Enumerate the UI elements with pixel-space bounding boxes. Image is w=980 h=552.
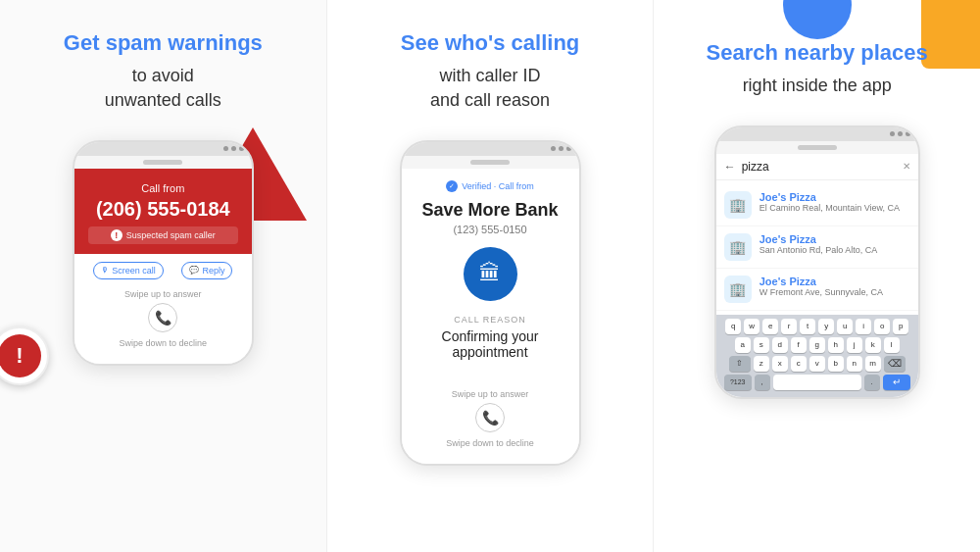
search-subtitle: right inside the app	[743, 74, 892, 98]
keyboard-row-3: ⇧ z x c v b n m ⌫	[718, 356, 916, 372]
key-l[interactable]: l	[884, 337, 900, 353]
place-icon-2: 🏢	[724, 276, 752, 303]
list-item[interactable]: 🏢 Joe's Pizza W Fremont Ave, Sunnyvale, …	[716, 269, 918, 311]
place-name-0: Joe's Pizza	[760, 191, 910, 203]
bank-icon: 🏛	[464, 247, 517, 301]
answer-phone-icon: 📞	[148, 303, 177, 332]
caller-id-footer: Swipe up to answer 📞 Swipe down to decli…	[402, 381, 579, 464]
list-item[interactable]: 🏢 Joe's Pizza El Camino Real, Mountain V…	[716, 184, 918, 226]
reply-button[interactable]: 💬 Reply	[181, 262, 232, 279]
phone-notch	[143, 160, 182, 165]
key-z[interactable]: z	[754, 356, 769, 372]
phone-spam-screen: Call from (206) 555-0184 ! Suspected spa…	[74, 169, 252, 254]
keyboard-row-2: a s d f g h j k l	[718, 337, 916, 353]
key-n[interactable]: n	[847, 356, 862, 372]
key-a[interactable]: a	[735, 337, 751, 353]
key-i[interactable]: i	[856, 319, 871, 334]
key-e[interactable]: e	[762, 319, 778, 334]
key-x[interactable]: x	[772, 356, 788, 372]
caller-id-screen: ✓ Verified · Call from Save More Bank (1…	[402, 169, 579, 381]
place-addr-2: W Fremont Ave, Sunnyvale, CA	[760, 287, 910, 297]
place-addr-1: San Antonio Rd, Palo Alto, CA	[760, 245, 910, 255]
key-q[interactable]: q	[725, 319, 741, 334]
key-shift[interactable]: ⇧	[729, 356, 751, 372]
clear-search-icon[interactable]: ✕	[903, 161, 910, 172]
key-y[interactable]: y	[818, 319, 834, 334]
verified-row: ✓ Verified · Call from	[416, 180, 565, 192]
caller-id-title: See who's calling	[401, 29, 580, 58]
spam-phone-mockup: Call from (206) 555-0184 ! Suspected spa…	[73, 140, 254, 366]
keyboard-row-1: q w e r t y u i o p	[718, 319, 916, 334]
spam-phone-number: (206) 555-0184	[88, 198, 238, 221]
swipe-down-text-2: Swipe down to decline	[412, 438, 569, 448]
key-s[interactable]: s	[754, 337, 769, 353]
place-icon-1: 🏢	[724, 233, 752, 261]
key-k[interactable]: k	[865, 337, 881, 353]
answer-phone-icon-2: 📞	[475, 403, 505, 432]
place-info-1: Joe's Pizza San Antonio Rd, Palo Alto, C…	[760, 233, 910, 255]
key-space[interactable]	[773, 375, 861, 390]
spam-alert-icon: !	[0, 334, 41, 377]
key-b[interactable]: b	[828, 356, 844, 372]
key-h[interactable]: h	[828, 337, 844, 353]
key-period[interactable]: .	[864, 375, 880, 390]
search-title: Search nearby places	[707, 39, 928, 68]
key-r[interactable]: r	[781, 319, 797, 334]
search-phone-mockup: ← pizza ✕ 🏢 Joe's Pizza El Camino Real, …	[714, 125, 920, 399]
action-buttons-row: 🎙 Screen call 💬 Reply	[84, 262, 242, 279]
call-reason-label: CALL REASON	[416, 315, 565, 325]
key-c[interactable]: c	[791, 356, 807, 372]
places-list: 🏢 Joe's Pizza El Camino Real, Mountain V…	[716, 180, 918, 315]
panel-spam: Get spam warnings to avoid unwanted call…	[0, 0, 327, 552]
key-d[interactable]: d	[772, 337, 788, 353]
key-enter[interactable]: ↵	[883, 375, 910, 390]
place-addr-0: El Camino Real, Mountain View, CA	[760, 203, 910, 213]
panel-caller-id: See who's calling with caller ID and cal…	[327, 0, 655, 552]
key-w[interactable]: w	[744, 319, 760, 334]
caller-id-phone-mockup: ✓ Verified · Call from Save More Bank (1…	[400, 140, 581, 466]
key-f[interactable]: f	[791, 337, 807, 353]
phone-top-bar-3	[716, 127, 918, 141]
screen-call-button[interactable]: 🎙 Screen call	[93, 262, 164, 279]
swipe-up-text-2: Swipe up to answer	[412, 389, 569, 399]
phone-top-bar	[74, 142, 252, 156]
key-delete[interactable]: ⌫	[884, 356, 906, 372]
warning-icon: !	[111, 229, 122, 241]
caller-number: (123) 555-0150	[416, 224, 565, 235]
spam-alert-circle: !	[0, 326, 49, 385]
phone-notch-2	[470, 160, 510, 165]
spam-warning-badge: ! Suspected spam caller	[88, 226, 238, 244]
virtual-keyboard: q w e r t y u i o p a s d f g h	[716, 315, 918, 397]
place-info-0: Joe's Pizza El Camino Real, Mountain Vie…	[760, 191, 910, 213]
key-j[interactable]: j	[847, 337, 862, 353]
yellow-decoration	[921, 0, 980, 69]
back-arrow-icon[interactable]: ←	[724, 160, 736, 174]
key-comma[interactable]: ,	[755, 375, 770, 390]
phone-top-bar-2	[402, 142, 579, 156]
key-t[interactable]: t	[800, 319, 815, 334]
search-bar[interactable]: ← pizza ✕	[716, 154, 918, 180]
place-name-1: Joe's Pizza	[760, 233, 910, 245]
call-from-label: Call from	[88, 182, 238, 194]
verified-badge: ✓	[446, 180, 458, 192]
call-reason-text: Confirming your appointment	[416, 328, 565, 360]
panel-search: Search nearby places right inside the ap…	[654, 0, 980, 552]
key-g[interactable]: g	[809, 337, 825, 353]
list-item[interactable]: 🏢 Joe's Pizza San Antonio Rd, Palo Alto,…	[716, 226, 918, 269]
swipe-up-text: Swipe up to answer	[84, 289, 242, 299]
key-m[interactable]: m	[865, 356, 881, 372]
search-field[interactable]: pizza	[742, 160, 897, 174]
spam-subtitle: to avoid unwanted calls	[105, 64, 221, 113]
caller-id-subtitle: with caller ID and call reason	[430, 64, 550, 113]
search-screen: ← pizza ✕ 🏢 Joe's Pizza El Camino Real, …	[716, 154, 918, 397]
phone-spam-footer: 🎙 Screen call 💬 Reply Swipe up to answer…	[74, 254, 252, 364]
place-name-2: Joe's Pizza	[760, 276, 910, 287]
key-num[interactable]: ?123	[724, 375, 752, 390]
keyboard-row-4: ?123 , . ↵	[718, 375, 916, 390]
place-icon-0: 🏢	[724, 191, 752, 219]
key-o[interactable]: o	[874, 319, 890, 334]
spam-title: Get spam warnings	[64, 29, 263, 58]
key-v[interactable]: v	[809, 356, 825, 372]
key-p[interactable]: p	[893, 319, 908, 334]
key-u[interactable]: u	[837, 319, 853, 334]
